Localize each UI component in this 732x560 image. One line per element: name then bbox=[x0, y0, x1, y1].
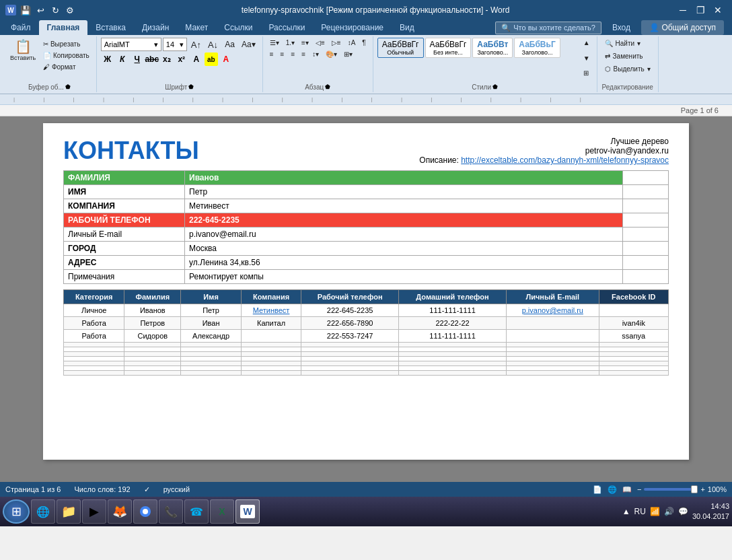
excel-button[interactable]: X bbox=[210, 499, 234, 524]
search-box[interactable]: 🔍 Что вы хотите сделать? bbox=[495, 22, 601, 34]
view-web-icon[interactable]: 🌐 bbox=[608, 485, 617, 494]
start-button[interactable]: ⊞ bbox=[3, 499, 30, 524]
bullets-button[interactable]: ☰▾ bbox=[267, 38, 282, 48]
align-right-button[interactable]: ≡ bbox=[288, 49, 297, 59]
login-button[interactable]: Вход bbox=[604, 20, 638, 35]
decrease-indent-button[interactable]: ◁≡ bbox=[313, 38, 328, 48]
paragraph-expand-icon[interactable]: ⬟ bbox=[325, 83, 330, 90]
font-color2-button[interactable]: A bbox=[219, 53, 233, 66]
word-button[interactable]: W bbox=[235, 499, 260, 524]
empty-cell7 bbox=[622, 256, 668, 270]
description-link[interactable]: http://exceltable.com/bazy-dannyh-xml/te… bbox=[461, 155, 669, 165]
styles-scroll-up[interactable]: ▲ bbox=[581, 38, 593, 48]
copy-button[interactable]: 📄 Копировать bbox=[40, 50, 92, 61]
increase-indent-button[interactable]: ▷≡ bbox=[329, 38, 344, 48]
styles-expand-icon[interactable]: ⬟ bbox=[492, 83, 498, 90]
company-link[interactable]: Метинвест bbox=[253, 306, 290, 314]
clipboard-group: 📋 Вставить ✂ Вырезать 📄 Копировать 🖌 Фор… bbox=[3, 36, 97, 92]
font-decrease-button[interactable]: A↓ bbox=[205, 38, 221, 51]
chrome-button[interactable] bbox=[133, 499, 157, 524]
find-button[interactable]: 🔍 Найти ▾ bbox=[601, 38, 645, 49]
multilevel-button[interactable]: ≡▾ bbox=[299, 38, 312, 48]
cut-button[interactable]: ✂ Вырезать bbox=[40, 39, 92, 49]
settings-button[interactable]: ⚙ bbox=[63, 3, 77, 17]
restore-button[interactable]: ❐ bbox=[692, 3, 709, 17]
align-left-button[interactable]: ≡ bbox=[267, 49, 277, 59]
underline-button[interactable]: Ч bbox=[131, 53, 144, 66]
font-increase-button[interactable]: A↑ bbox=[188, 38, 204, 51]
zoom-in-icon[interactable]: + bbox=[700, 485, 704, 493]
search-icon: 🔍 bbox=[501, 24, 511, 32]
style-normal[interactable]: АаБбВвГг Обычный bbox=[377, 38, 424, 58]
viber-button[interactable]: 📞 bbox=[159, 499, 183, 524]
tab-insert[interactable]: Вставка bbox=[87, 20, 134, 35]
italic-button[interactable]: К bbox=[116, 53, 129, 66]
line-spacing-button[interactable]: ↕▾ bbox=[309, 49, 322, 59]
strikethrough-button[interactable]: abc bbox=[145, 53, 159, 66]
save-button[interactable]: 💾 bbox=[19, 3, 32, 17]
font-size-dropdown[interactable]: 14 ▾ bbox=[163, 38, 187, 51]
field-row-company: КОМПАНИЯ Метинвест bbox=[64, 199, 669, 213]
select-button[interactable]: ⬡ Выделить ▾ bbox=[601, 63, 654, 75]
show-marks-button[interactable]: ¶ bbox=[359, 38, 368, 48]
style-heading2[interactable]: АаБбВьГ Заголово... bbox=[514, 38, 560, 58]
font-controls: ArialMT ▾ 14 ▾ A↑ A↓ Аа Аа▾ Ж К Ч bbox=[101, 38, 258, 66]
font-expand-icon[interactable]: ⬟ bbox=[188, 83, 194, 90]
taskbar-volume-icon[interactable]: 🔊 bbox=[664, 507, 674, 516]
email-link[interactable]: p.ivanov@email.ru bbox=[522, 306, 583, 314]
firefox-button[interactable]: 🦊 bbox=[108, 499, 132, 524]
tab-design[interactable]: Дизайн bbox=[134, 20, 177, 35]
replace-button[interactable]: ⇄ Заменить bbox=[601, 50, 647, 62]
media-button[interactable]: ▶ bbox=[82, 499, 106, 524]
styles-more[interactable]: ⊞ bbox=[581, 68, 593, 78]
style-heading1[interactable]: АаБбВт Заголово... bbox=[472, 38, 513, 58]
close-button[interactable]: ✕ bbox=[709, 3, 727, 17]
paragraph-content: ☰▾ 1.▾ ≡▾ ◁≡ ▷≡ ↕A ¶ ≡ ≡ ≡ ≡ ↕▾ 🎨▾ ⊞▾ bbox=[267, 38, 369, 82]
highlight-button[interactable]: ab bbox=[205, 53, 218, 66]
tab-references[interactable]: Ссылки bbox=[216, 20, 260, 35]
zoom-thumb[interactable] bbox=[691, 485, 698, 493]
title-bar-left: W 💾 ↩ ↻ ⚙ bbox=[5, 3, 77, 17]
tab-mailings[interactable]: Рассылки bbox=[261, 20, 314, 35]
zoom-slider[interactable] bbox=[644, 488, 698, 491]
table-header-row: Категория Фамилия Имя Компания Рабочий т… bbox=[64, 290, 669, 304]
style-no-spacing[interactable]: АаБбВвГг Без инте... bbox=[425, 38, 472, 58]
taskbar-up-arrow[interactable]: ▲ bbox=[622, 507, 630, 516]
clipboard-expand-icon[interactable]: ⬟ bbox=[65, 83, 71, 90]
font-name-dropdown[interactable]: ArialMT ▾ bbox=[101, 38, 161, 51]
justify-button[interactable]: ≡ bbox=[299, 49, 308, 59]
tab-home[interactable]: Главная bbox=[39, 20, 88, 35]
view-normal-icon[interactable]: 📄 bbox=[593, 485, 602, 494]
styles-content: АаБбВвГг Обычный АаБбВвГг Без инте... Аа… bbox=[377, 38, 593, 82]
explorer-button[interactable]: 📁 bbox=[57, 499, 81, 524]
skype-button[interactable]: ☎ bbox=[184, 499, 209, 524]
borders-button[interactable]: ⊞▾ bbox=[341, 49, 355, 59]
zoom-out-icon[interactable]: − bbox=[637, 485, 641, 493]
font-style-row: Ж К Ч abc x₂ x² A ab A bbox=[101, 53, 258, 66]
styles-scroll-down[interactable]: ▼ bbox=[581, 53, 593, 63]
contacts-title: КОНТАКТЫ bbox=[63, 137, 199, 165]
tab-view[interactable]: Вид bbox=[392, 20, 423, 35]
align-center-button[interactable]: ≡ bbox=[278, 49, 287, 59]
tab-review[interactable]: Рецензирование bbox=[313, 20, 392, 35]
tab-file[interactable]: Файл bbox=[3, 20, 39, 35]
ie-button[interactable]: 🌐 bbox=[31, 499, 55, 524]
subscript-button[interactable]: x₂ bbox=[160, 53, 174, 66]
redo-button[interactable]: ↻ bbox=[48, 3, 62, 17]
numbering-button[interactable]: 1.▾ bbox=[283, 38, 297, 48]
tab-layout[interactable]: Макет bbox=[177, 20, 216, 35]
superscript-button[interactable]: x² bbox=[175, 53, 188, 66]
bold-button[interactable]: Ж bbox=[101, 53, 114, 66]
page-indicator: Page 1 of 6 bbox=[0, 105, 732, 116]
paste-button[interactable]: 📋 Вставить bbox=[7, 38, 39, 63]
view-read-icon[interactable]: 📖 bbox=[622, 485, 632, 494]
shading-button[interactable]: 🎨▾ bbox=[323, 49, 340, 59]
clear-format-button[interactable]: Аа bbox=[222, 38, 237, 50]
font-color-button[interactable]: A bbox=[190, 53, 203, 66]
sort-button[interactable]: ↕A bbox=[345, 38, 359, 48]
change-case-button[interactable]: Аа▾ bbox=[239, 38, 258, 50]
format-painter-button[interactable]: 🖌 Формат bbox=[40, 62, 92, 72]
undo-button[interactable]: ↩ bbox=[34, 3, 47, 17]
minimize-button[interactable]: ─ bbox=[674, 3, 692, 17]
share-button[interactable]: 👤 Общий доступ bbox=[641, 20, 724, 35]
